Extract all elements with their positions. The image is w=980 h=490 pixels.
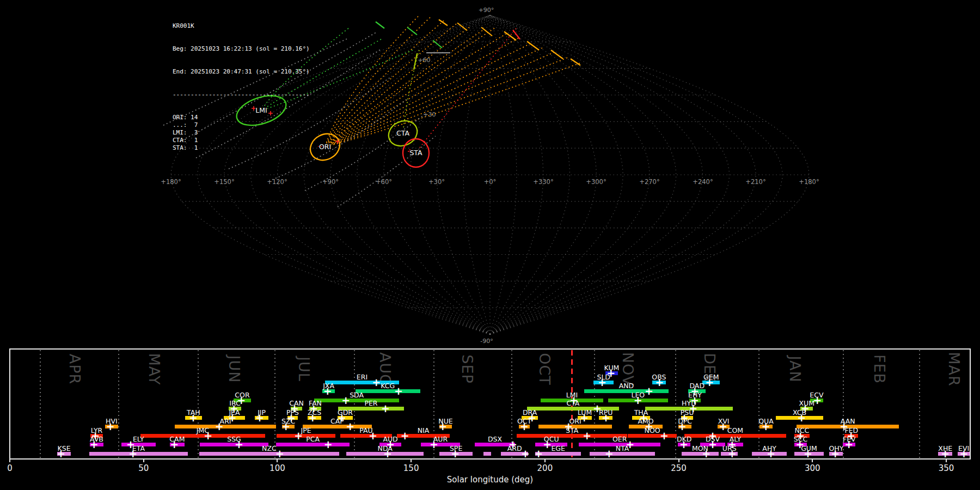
month-gridline-MAR [919,350,920,458]
peak-marker-SLD: + [597,377,607,388]
shower-bar-QUA: QUA+ [759,425,773,428]
x-tick-label-150: 150 [403,463,419,473]
month-gridline-JUN [198,350,199,458]
shower-bar-GUM: GUM+ [794,452,824,456]
peak-marker-CAP: + [345,421,356,432]
shower-bar-AND: AND+ [584,389,669,393]
shower-bar-SLD: SLD+ [593,381,614,384]
x-tick-150 [411,459,412,462]
shower-label-AND: AND [619,382,634,389]
month-gridline-APR [40,350,41,458]
peak-marker-MON: + [701,449,712,459]
shower-bar-STA: STA+ [517,434,627,438]
shower-bar-XCB: XCB+ [776,416,823,420]
peak-marker-RPU: + [601,413,611,423]
peak-marker-ETA: + [128,449,138,459]
peak-marker-DKD: + [678,439,689,450]
shower-bar-LEO: LEO+ [608,399,668,402]
shower-bar-XHE: XHE+ [938,452,952,456]
x-tick-200 [544,459,546,462]
shower-bar-GEM: GEM+ [702,381,720,384]
x-tick-label-50: 50 [138,463,149,473]
peak-marker-NOO: + [659,431,669,441]
x-tick-100 [277,459,278,462]
shower-bar [483,452,491,456]
shower-label-NIA: NIA [418,427,430,434]
shower-bar-NUE: NUE+ [439,425,452,428]
month-gridline-JUL [274,350,275,458]
shower-bar-JXA: JXA+ [322,389,335,393]
month-label-JAN: JAN [786,356,803,382]
peak-marker-KSE: + [56,449,66,459]
x-tick-250 [678,459,679,462]
peak-marker-AVB: + [89,439,99,450]
shower-bar-JMC: JMC+ [140,434,265,438]
shower-bar-EGE: EGE+ [535,452,581,456]
shower-bar-OCT: OCT+ [519,425,530,428]
shower-label-EGE: EGE [551,445,565,452]
peak-marker-OCT: + [519,421,529,432]
peak-marker-PER: + [381,403,391,414]
shower-bar-SPE: SPE+ [439,452,473,456]
peak-marker-NIA: + [400,431,410,441]
shower-bar-NZC: NZC+ [199,452,339,456]
month-gridline-MAY [118,350,119,458]
peak-marker-ARD: + [520,449,530,459]
month-label-FEB: FEB [871,354,888,384]
shower-bar-PCA: PCA+ [276,443,350,446]
peak-marker-XHE: + [940,449,951,459]
peak-marker-NZC: + [274,449,285,459]
peak-marker-QUA: + [761,421,771,432]
peak-marker-XCB: + [797,413,807,423]
shower-bar-ETA: ETA+ [89,452,188,456]
shower-label-NTA: NTA [616,445,629,452]
peak-marker-SPE: + [450,449,461,459]
month-label-SEP: SEP [458,354,475,383]
shower-bar-EVI: EVI+ [958,452,970,456]
x-tick-350 [946,459,947,462]
peak-marker-SDA: + [341,395,351,406]
peak-marker-TAH: + [188,413,199,423]
peak-marker-CAM: + [169,439,180,450]
shower-bar-AVB: AVB+ [90,443,103,446]
shower-label-SDA: SDA [350,391,364,399]
peak-marker-AUR: + [428,439,439,450]
shower-bar-SZC: SZC+ [282,425,295,428]
peak-marker-JPE: + [293,431,304,441]
shower-label-PER: PER [364,400,377,407]
shower-bar-DKD: DKD+ [678,443,690,446]
peak-marker-NUE: + [438,421,448,432]
x-tick-300 [812,459,813,462]
shower-bar-DPC: DPC+ [678,425,691,428]
shower-bar-NDA: NDA+ [346,452,424,456]
peak-marker-LEO: + [633,395,643,406]
x-tick-50 [143,459,144,462]
month-label-OCT: OCT [536,353,553,385]
shower-bar-ARI: ARI+ [175,425,276,428]
shower-bar-KCG: KCG+ [356,389,420,393]
peak-marker-DPC: + [677,421,688,432]
shower-label-CTA: CTA [566,400,579,407]
month-label-JUN: JUN [225,356,242,383]
shower-bar-JIP: JIP+ [255,416,268,420]
peak-marker-JMC: + [203,431,213,441]
x-tick-label-350: 350 [939,463,954,473]
peak-marker-HVI: + [105,421,115,432]
peak-marker-OHY: + [830,449,841,459]
shower-bar-URS: URS+ [721,452,738,456]
peak-marker-ZCS: + [308,413,318,423]
peak-marker-FEV: + [844,439,854,450]
shower-bar-OBS: OBS+ [652,381,666,384]
peak-marker-ARI: + [214,421,224,432]
peak-marker-EGE: + [534,449,544,459]
peak-marker-EVI: + [959,449,969,459]
peak-marker-ERI: + [371,377,382,388]
shower-label-COM: COM [727,427,743,434]
shower-label-PCA: PCA [306,436,320,443]
shower-bar-ZCS: ZCS+ [308,416,321,420]
shower-bar-TAH: TAH+ [185,416,202,420]
shower-bar-SSG: SSG+ [200,443,268,446]
month-gridline-DEC [675,350,676,458]
shower-bar-FEV: FEV+ [843,443,855,446]
peak-marker-GEM: + [705,377,715,388]
